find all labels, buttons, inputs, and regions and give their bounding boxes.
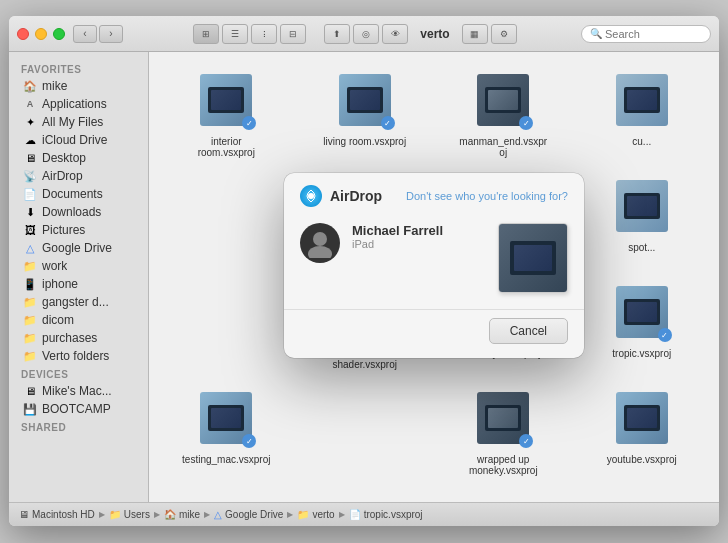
breadcrumb-arrow: ▶ (339, 510, 345, 519)
dialog-body: Michael Farrell iPad (284, 215, 584, 309)
hd-icon: 🖥 (19, 509, 29, 520)
breadcrumb-arrow: ▶ (204, 510, 210, 519)
sidebar-item-google-drive[interactable]: △ Google Drive (11, 239, 146, 257)
share-button[interactable]: ⬆ (324, 24, 350, 44)
icon-view-button[interactable]: ⊞ (193, 24, 219, 44)
forward-button[interactable]: › (99, 25, 123, 43)
search-input[interactable] (605, 28, 705, 40)
airdrop-dialog: AirDrop Don't see who you're looking for… (284, 173, 584, 358)
mac-icon: 🖥 (23, 384, 37, 398)
sidebar-item-label: gangster d... (42, 295, 109, 309)
sidebar-item-desktop[interactable]: 🖥 Desktop (11, 149, 146, 167)
arrange-button[interactable]: ▦ (462, 24, 488, 44)
sidebar-item-downloads[interactable]: ⬇ Downloads (11, 203, 146, 221)
breadcrumb-gdrive[interactable]: △ Google Drive (214, 509, 283, 520)
all-files-icon: ✦ (23, 115, 37, 129)
back-button[interactable]: ‹ (73, 25, 97, 43)
sidebar-item-all-my-files[interactable]: ✦ All My Files (11, 113, 146, 131)
sidebar-item-label: dicom (42, 313, 74, 327)
documents-icon: 📄 (23, 187, 37, 201)
sidebar-item-label: AirDrop (42, 169, 83, 183)
sidebar-item-iphone[interactable]: 📱 iphone (11, 275, 146, 293)
sidebar-item-verto-folders[interactable]: 📁 Verto folders (11, 347, 146, 365)
file-icon: 📄 (349, 509, 361, 520)
titlebar-center: ⊞ ☰ ⫶ ⊟ ⬆ ◎ 👁 verto ▦ ⚙ (129, 24, 581, 44)
gear-button[interactable]: ⚙ (491, 24, 517, 44)
close-button[interactable] (17, 28, 29, 40)
folder-icon: 📁 (23, 295, 37, 309)
breadcrumb-mike[interactable]: 🏠 mike (164, 509, 200, 520)
desktop-icon: 🖥 (23, 151, 37, 165)
sidebar-item-label: Google Drive (42, 241, 112, 255)
action-icons: ⬆ ◎ 👁 (324, 24, 408, 44)
content-area: ✓ interior room.vsxproj ✓ living room.vs… (149, 52, 719, 502)
breadcrumb-file[interactable]: 📄 tropic.vsxproj (349, 509, 423, 520)
column-view-button[interactable]: ⫶ (251, 24, 277, 44)
svg-point-0 (308, 193, 314, 199)
sidebar-item-label: Applications (42, 97, 107, 111)
sidebar-item-label: work (42, 259, 67, 273)
svg-point-1 (313, 232, 327, 246)
sidebar: Favorites 🏠 mike A Applications ✦ All My… (9, 52, 149, 502)
folder-icon: 📁 (297, 509, 309, 520)
coverflow-view-button[interactable]: ⊟ (280, 24, 306, 44)
sidebar-item-dicom[interactable]: 📁 dicom (11, 311, 146, 329)
sidebar-item-pictures[interactable]: 🖼 Pictures (11, 221, 146, 239)
svg-point-2 (308, 246, 332, 258)
folder-icon: 📁 (23, 313, 37, 327)
breadcrumb-arrow: ▶ (99, 510, 105, 519)
dialog-help-link[interactable]: Don't see who you're looking for? (406, 190, 568, 202)
eye-button[interactable]: 👁 (382, 24, 408, 44)
dialog-title: AirDrop (330, 188, 382, 204)
sidebar-item-purchases[interactable]: 📁 purchases (11, 329, 146, 347)
sidebar-item-documents[interactable]: 📄 Documents (11, 185, 146, 203)
cancel-button[interactable]: Cancel (489, 318, 568, 344)
sidebar-item-airdrop[interactable]: 📡 AirDrop (11, 167, 146, 185)
device-avatar (300, 223, 340, 263)
folder-icon: 📁 (23, 259, 37, 273)
icloud-icon: ☁ (23, 133, 37, 147)
sidebar-item-mikes-mac[interactable]: 🖥 Mike's Mac... (11, 382, 146, 400)
folder-icon: 📁 (23, 349, 37, 363)
dialog-overlay: AirDrop Don't see who you're looking for… (149, 52, 719, 478)
downloads-icon: ⬇ (23, 205, 37, 219)
sidebar-item-label: All My Files (42, 115, 103, 129)
sidebar-item-label: mike (42, 79, 67, 93)
sidebar-item-label: Verto folders (42, 349, 109, 363)
home-icon: 🏠 (23, 79, 37, 93)
sidebar-item-label: BOOTCAMP (42, 402, 111, 416)
sidebar-item-label: Documents (42, 187, 103, 201)
nav-buttons: ‹ › (73, 25, 123, 43)
finder-window: ‹ › ⊞ ☰ ⫶ ⊟ ⬆ ◎ 👁 verto ▦ ⚙ 🔍 (9, 16, 719, 526)
sidebar-item-mike[interactable]: 🏠 mike (11, 77, 146, 95)
sidebar-item-applications[interactable]: A Applications (11, 95, 146, 113)
minimize-button[interactable] (35, 28, 47, 40)
search-bar[interactable]: 🔍 (581, 25, 711, 43)
sidebar-item-gangster[interactable]: 📁 gangster d... (11, 293, 146, 311)
main-area: Favorites 🏠 mike A Applications ✦ All My… (9, 52, 719, 502)
breadcrumb-hd[interactable]: 🖥 Macintosh HD (19, 509, 95, 520)
sidebar-item-work[interactable]: 📁 work (11, 257, 146, 275)
list-view-button[interactable]: ☰ (222, 24, 248, 44)
breadcrumb-users[interactable]: 📁 Users (109, 509, 150, 520)
dialog-header: AirDrop Don't see who you're looking for… (284, 173, 584, 215)
breadcrumb-verto[interactable]: 📁 verto (297, 509, 334, 520)
window-title: verto (420, 27, 449, 41)
google-drive-icon: △ (23, 241, 37, 255)
home-icon: 🏠 (164, 509, 176, 520)
device-name: Michael Farrell (352, 223, 486, 238)
maximize-button[interactable] (53, 28, 65, 40)
devices-section-label: Devices (9, 365, 148, 382)
folder-icon: 📁 (109, 509, 121, 520)
sidebar-item-icloud-drive[interactable]: ☁ iCloud Drive (11, 131, 146, 149)
breadcrumb-arrow: ▶ (154, 510, 160, 519)
sidebar-item-label: Pictures (42, 223, 85, 237)
tag-button[interactable]: ◎ (353, 24, 379, 44)
traffic-lights (17, 28, 65, 40)
search-icon: 🔍 (590, 28, 602, 39)
view-options: ⊞ ☰ ⫶ ⊟ (193, 24, 306, 44)
sidebar-item-label: Downloads (42, 205, 101, 219)
sidebar-item-bootcamp[interactable]: 💾 BOOTCAMP (11, 400, 146, 418)
sidebar-item-label: iphone (42, 277, 78, 291)
titlebar: ‹ › ⊞ ☰ ⫶ ⊟ ⬆ ◎ 👁 verto ▦ ⚙ 🔍 (9, 16, 719, 52)
